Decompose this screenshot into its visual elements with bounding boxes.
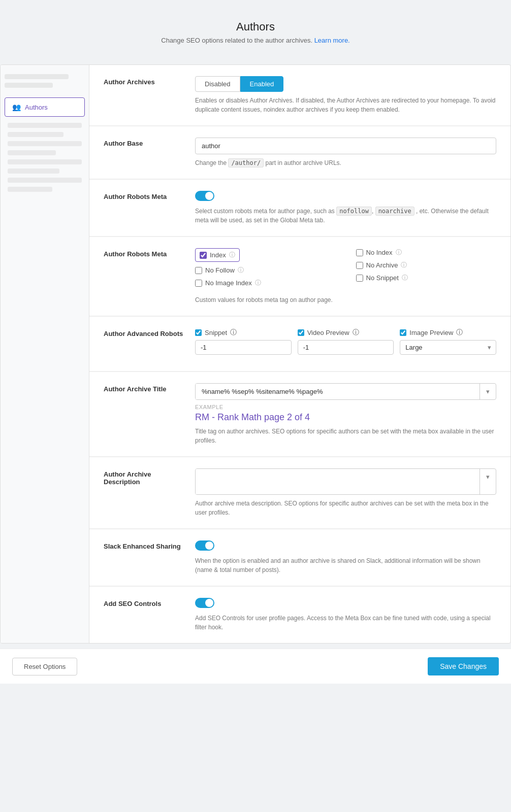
- author-archives-help: Enables or disables Author Archives. If …: [195, 96, 496, 114]
- author-archive-description-label: Author Archive Description: [104, 468, 185, 517]
- robots-meta-help: Custom values for robots meta tag on aut…: [195, 295, 496, 304]
- image-preview-label: Image Preview ⓘ: [400, 328, 496, 337]
- author-archives-toggle-group: Disabled Enabled: [195, 76, 496, 92]
- author-archive-title-content: ▾ EXAMPLE RM - Rank Math page 2 of 4 Tit…: [195, 383, 496, 445]
- image-preview-select-wrapper: Large Standard None ▾: [400, 340, 496, 355]
- author-archive-description-content: ▾ Author archive meta description. SEO o…: [195, 468, 496, 517]
- noimageindex-help-icon: ⓘ: [255, 279, 261, 287]
- author-base-section: Author Base Change the /author/ part in …: [89, 126, 510, 179]
- save-button[interactable]: Save Changes: [428, 657, 499, 675]
- author-robots-meta-checkboxes-section: Author Robots Meta Index ⓘ: [89, 237, 510, 316]
- advanced-robots-video-col: Video Preview ⓘ: [298, 328, 394, 355]
- image-preview-checkbox[interactable]: [400, 329, 406, 336]
- add-seo-controls-section: Add SEO Controls Add SEO Controls for us…: [89, 587, 510, 643]
- author-archives-section: Author Archives Disabled Enabled Enables…: [89, 65, 510, 126]
- author-advanced-robots-content: Snippet ⓘ Video Preview ⓘ: [195, 328, 496, 360]
- archive-title-arrow[interactable]: ▾: [480, 384, 496, 399]
- author-robots-meta-checkboxes-label: Author Robots Meta: [104, 248, 185, 304]
- checkbox-noindex: No Index ⓘ: [356, 248, 402, 257]
- noimageindex-label: No Image Index: [205, 279, 252, 287]
- noimageindex-checkbox[interactable]: [195, 280, 202, 287]
- checkbox-noarchive: No Archive ⓘ: [356, 261, 407, 269]
- noarchive-checkbox[interactable]: [356, 262, 363, 269]
- author-archive-title-label: Author Archive Title: [104, 383, 185, 445]
- author-robots-meta-toggle-label: Author Robots Meta: [104, 191, 185, 225]
- slack-enhanced-sharing-section: Slack Enhanced Sharing When the option i…: [89, 529, 510, 586]
- advanced-robots-image-col: Image Preview ⓘ Large Standard None ▾: [400, 328, 496, 355]
- author-archives-label: Author Archives: [104, 76, 185, 114]
- author-base-input[interactable]: [195, 138, 496, 154]
- archive-title-input[interactable]: [196, 384, 480, 399]
- nosnippet-checkbox[interactable]: [356, 275, 363, 282]
- toggle-thumb: [205, 192, 213, 200]
- disabled-button[interactable]: Disabled: [195, 76, 240, 92]
- nofollow-code: nofollow: [336, 207, 372, 216]
- slack-sharing-help: When the option is enabled and an author…: [195, 556, 496, 574]
- toggle-track: [195, 191, 214, 201]
- example-label: EXAMPLE: [195, 404, 496, 410]
- slack-enhanced-sharing-content: When the option is enabled and an author…: [195, 540, 496, 574]
- seo-controls-toggle-track: [195, 598, 214, 608]
- noarchive-label: No Archive: [366, 261, 398, 269]
- author-robots-meta-checkboxes-content: Index ⓘ No Follow ⓘ: [195, 248, 496, 304]
- checkbox-index: Index ⓘ: [195, 248, 240, 262]
- noarchive-code: noarchive: [375, 207, 414, 216]
- index-checkbox[interactable]: [200, 252, 207, 259]
- nosnippet-label: No Snippet: [366, 274, 399, 282]
- archive-description-textarea[interactable]: [196, 469, 480, 494]
- advanced-robots-snippet-col: Snippet ⓘ: [195, 328, 292, 355]
- sidebar: 👥 Authors: [1, 65, 89, 643]
- author-archive-title-section: Author Archive Title ▾ EXAMPLE RM - Rank…: [89, 372, 510, 457]
- video-preview-label: Video Preview ⓘ: [298, 328, 394, 337]
- slack-toggle-track: [195, 540, 214, 551]
- slack-enhanced-sharing-label: Slack Enhanced Sharing: [104, 540, 185, 574]
- slack-sharing-toggle[interactable]: [195, 540, 214, 551]
- example-value: RM - Rank Math page 2 of 4: [195, 412, 496, 423]
- video-preview-help-icon: ⓘ: [353, 328, 359, 337]
- author-robots-meta-help: Select custom robots meta for author pag…: [195, 207, 496, 225]
- learn-more-link[interactable]: Learn more.: [314, 37, 350, 44]
- footer-bar: Reset Options Save Changes: [0, 649, 511, 684]
- author-robots-meta-toggle-section: Author Robots Meta Select custom robots …: [89, 180, 510, 236]
- author-robots-meta-toggle-content: Select custom robots meta for author pag…: [195, 191, 496, 225]
- image-preview-select[interactable]: Large Standard None: [400, 340, 496, 355]
- seo-controls-toggle-thumb: [205, 599, 213, 607]
- image-preview-help-icon: ⓘ: [456, 328, 463, 337]
- page-header: Authors Change SEO options related to th…: [0, 10, 511, 54]
- author-archives-content: Disabled Enabled Enables or disables Aut…: [195, 76, 496, 114]
- archive-title-input-row: ▾: [195, 383, 496, 400]
- video-preview-checkbox[interactable]: [298, 329, 304, 336]
- author-base-label: Author Base: [104, 138, 185, 167]
- author-base-code: /author/: [228, 158, 264, 167]
- nofollow-checkbox[interactable]: [195, 267, 202, 274]
- page-subtitle: Change SEO options related to the author…: [10, 37, 501, 44]
- author-advanced-robots-section: Author Advanced Robots Snippet ⓘ: [89, 317, 510, 371]
- archive-title-help: Title tag on author archives. SEO option…: [195, 427, 496, 445]
- snippet-checkbox[interactable]: [195, 329, 202, 336]
- author-base-help: Change the /author/ part in author archi…: [195, 158, 496, 167]
- reset-button[interactable]: Reset Options: [12, 658, 77, 675]
- archive-description-input-row: ▾: [195, 468, 496, 495]
- snippet-help-icon: ⓘ: [230, 328, 237, 337]
- add-seo-controls-toggle[interactable]: [195, 598, 214, 608]
- slack-toggle-thumb: [205, 542, 213, 550]
- video-preview-input[interactable]: [298, 340, 394, 355]
- add-seo-controls-label: Add SEO Controls: [104, 598, 185, 632]
- archive-description-arrow[interactable]: ▾: [480, 469, 496, 494]
- snippet-label: Snippet ⓘ: [195, 328, 292, 337]
- page-title: Authors: [10, 20, 501, 33]
- noindex-checkbox[interactable]: [356, 249, 363, 256]
- nosnippet-help-icon: ⓘ: [402, 274, 408, 282]
- snippet-input[interactable]: [195, 340, 292, 355]
- add-seo-controls-content: Add SEO Controls for user profile pages.…: [195, 598, 496, 632]
- checkbox-nosnippet: No Snippet ⓘ: [356, 274, 408, 282]
- archive-description-help: Author archive meta description. SEO opt…: [195, 499, 496, 517]
- author-archive-description-section: Author Archive Description ▾ Author arch…: [89, 457, 510, 529]
- index-help-icon: ⓘ: [229, 251, 235, 259]
- advanced-robots-row: Snippet ⓘ Video Preview ⓘ: [195, 328, 496, 355]
- author-robots-meta-toggle-switch[interactable]: [195, 191, 214, 201]
- author-base-content: Change the /author/ part in author archi…: [195, 138, 496, 167]
- checkbox-col-left: Index ⓘ No Follow ⓘ: [195, 248, 336, 291]
- enabled-button[interactable]: Enabled: [240, 76, 284, 92]
- sidebar-item-authors[interactable]: 👥 Authors: [5, 97, 85, 117]
